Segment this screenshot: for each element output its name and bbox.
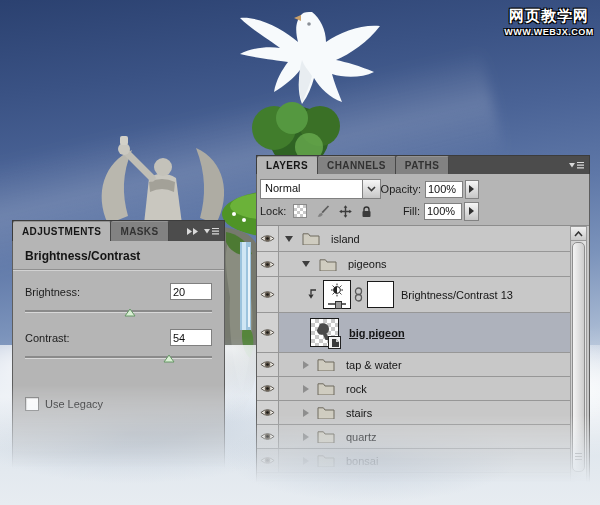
eye-icon — [260, 327, 275, 338]
opacity-label: Opacity: — [381, 183, 421, 195]
opacity-input[interactable] — [425, 181, 463, 198]
folder-icon — [317, 382, 335, 395]
brightness-slider[interactable] — [25, 307, 212, 319]
slider-track — [25, 310, 212, 312]
visibility-toggle[interactable] — [257, 226, 279, 251]
eye-icon — [260, 359, 275, 370]
use-legacy-checkbox[interactable] — [25, 397, 39, 411]
folder-icon — [317, 454, 335, 467]
adjustments-body: Brightness/Contrast Brightness: Contrast… — [12, 241, 225, 478]
layer-row-rock[interactable]: rock — [257, 377, 572, 401]
divider — [13, 269, 224, 271]
visibility-toggle[interactable] — [257, 277, 279, 312]
brightness-label: Brightness: — [25, 286, 80, 298]
layer-row-pigeons[interactable]: pigeons — [257, 252, 572, 277]
expand-triangle-icon[interactable] — [303, 361, 309, 369]
scrollbar-thumb[interactable] — [572, 242, 585, 472]
tab-masks[interactable]: MASKS — [111, 221, 168, 241]
adjustments-tabbar: ADJUSTMENTS MASKS — [12, 220, 225, 241]
layer-thumbnail[interactable] — [310, 318, 339, 347]
slider-track — [25, 356, 212, 358]
padlock-icon[interactable] — [361, 205, 372, 218]
layer-row-tap-water[interactable]: tap & water — [257, 353, 572, 377]
watermark: 网页教学网 WWW.WEBJX.COM — [501, 7, 597, 37]
scroll-up-button[interactable] — [571, 227, 586, 241]
visibility-toggle[interactable] — [257, 252, 279, 276]
layer-row-island[interactable]: island — [257, 226, 572, 252]
panel-menu-icon[interactable] — [204, 227, 220, 236]
contrast-input[interactable] — [170, 329, 212, 346]
contrast-slider-thumb[interactable] — [163, 354, 175, 363]
layer-name[interactable]: Brightness/Contrast 13 — [401, 289, 513, 301]
contrast-slider[interactable] — [25, 353, 212, 365]
layer-name[interactable]: island — [331, 233, 360, 245]
layers-tabbar: LAYERS CHANNELS PATHS — [256, 155, 590, 174]
fill-input[interactable] — [424, 203, 462, 220]
eye-icon — [260, 455, 275, 466]
visibility-toggle[interactable] — [257, 425, 279, 448]
adjustment-title: Brightness/Contrast — [25, 247, 212, 269]
layer-name[interactable]: quartz — [346, 431, 377, 443]
expand-triangle-icon[interactable] — [303, 457, 309, 465]
layer-name[interactable]: bonsai — [346, 455, 378, 467]
tab-layers[interactable]: LAYERS — [257, 156, 318, 174]
visibility-toggle[interactable] — [257, 377, 279, 400]
expand-triangle-icon[interactable] — [303, 433, 309, 441]
move-icon[interactable] — [339, 205, 352, 218]
layer-row-quartz[interactable]: quartz — [257, 425, 572, 449]
tab-paths[interactable]: PATHS — [396, 156, 449, 174]
eye-icon — [260, 431, 275, 442]
layers-list: island — [257, 226, 589, 488]
chevron-up-icon — [574, 231, 583, 237]
expand-triangle-icon[interactable] — [303, 385, 309, 393]
layer-name[interactable]: tap & water — [346, 359, 402, 371]
expand-triangle-icon[interactable] — [303, 409, 309, 417]
watermark-url: WWW.WEBJX.COM — [501, 27, 597, 37]
layer-row-stairs[interactable]: stairs — [257, 401, 572, 425]
collapse-double-arrow-icon[interactable] — [186, 227, 199, 236]
adjustment-thumbnail[interactable] — [323, 280, 351, 309]
link-icon[interactable] — [354, 287, 363, 302]
layer-name[interactable]: stairs — [346, 407, 372, 419]
brightness-icon — [328, 283, 346, 297]
layer-row-brightness-contrast[interactable]: Brightness/Contrast 13 — [257, 277, 572, 313]
adjustments-panel: ADJUSTMENTS MASKS Brightness/Contrast Br… — [12, 220, 225, 478]
layers-header: Normal Opacity: Lock: — [257, 174, 589, 226]
lock-label: Lock: — [260, 205, 286, 217]
brush-icon[interactable] — [316, 205, 330, 218]
folder-icon — [317, 406, 335, 419]
folder-icon — [302, 232, 320, 245]
eye-icon — [260, 407, 275, 418]
tab-channels[interactable]: CHANNELS — [318, 156, 396, 174]
layer-name[interactable]: pigeons — [348, 258, 387, 270]
layer-badge-icon — [328, 336, 341, 349]
brightness-input[interactable] — [170, 283, 212, 300]
eye-icon — [260, 383, 275, 394]
layer-row-big-pigeon[interactable]: big pigeon — [257, 313, 572, 353]
chevron-down-icon[interactable] — [362, 180, 380, 198]
watermark-title: 网页教学网 — [501, 7, 597, 26]
layer-row-bonsai[interactable]: bonsai — [257, 449, 572, 473]
layer-name[interactable]: big pigeon — [349, 327, 405, 339]
mini-slider — [328, 303, 346, 305]
collapse-triangle-icon[interactable] — [285, 236, 293, 242]
eye-icon — [260, 233, 275, 244]
collapse-triangle-icon[interactable] — [302, 261, 310, 267]
visibility-toggle[interactable] — [257, 353, 279, 376]
contrast-label: Contrast: — [25, 332, 70, 344]
panel-menu-icon[interactable] — [569, 161, 585, 170]
brightness-slider-thumb[interactable] — [124, 308, 136, 317]
blend-mode-dropdown[interactable]: Normal — [260, 179, 381, 199]
visibility-toggle[interactable] — [257, 449, 279, 472]
lock-transparency-icon[interactable] — [293, 204, 307, 218]
layer-name[interactable]: rock — [346, 383, 367, 395]
layers-scrollbar[interactable] — [570, 226, 587, 488]
fill-spinner-icon[interactable] — [464, 202, 479, 221]
folder-icon — [317, 430, 335, 443]
visibility-toggle[interactable] — [257, 401, 279, 424]
visibility-toggle[interactable] — [257, 313, 279, 352]
layer-mask-thumbnail[interactable] — [367, 281, 394, 308]
tab-adjustments[interactable]: ADJUSTMENTS — [13, 221, 111, 241]
eye-icon — [260, 289, 275, 300]
opacity-spinner-icon[interactable] — [465, 180, 479, 199]
